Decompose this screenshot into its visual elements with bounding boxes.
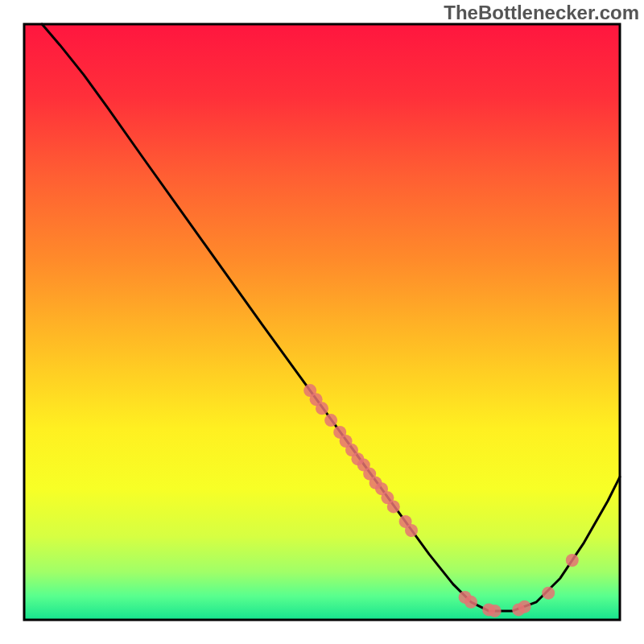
data-point xyxy=(542,587,555,600)
chart-svg xyxy=(0,0,644,644)
data-point xyxy=(518,601,531,613)
data-point xyxy=(566,554,579,567)
data-point xyxy=(464,596,477,609)
data-point xyxy=(405,524,418,537)
data-point xyxy=(489,605,502,617)
chart-root: TheBottlenecker.com xyxy=(0,0,644,644)
plot-background xyxy=(24,24,620,620)
plot-area xyxy=(24,24,620,620)
data-point xyxy=(316,402,328,415)
data-point xyxy=(324,414,337,427)
data-point xyxy=(387,500,400,513)
